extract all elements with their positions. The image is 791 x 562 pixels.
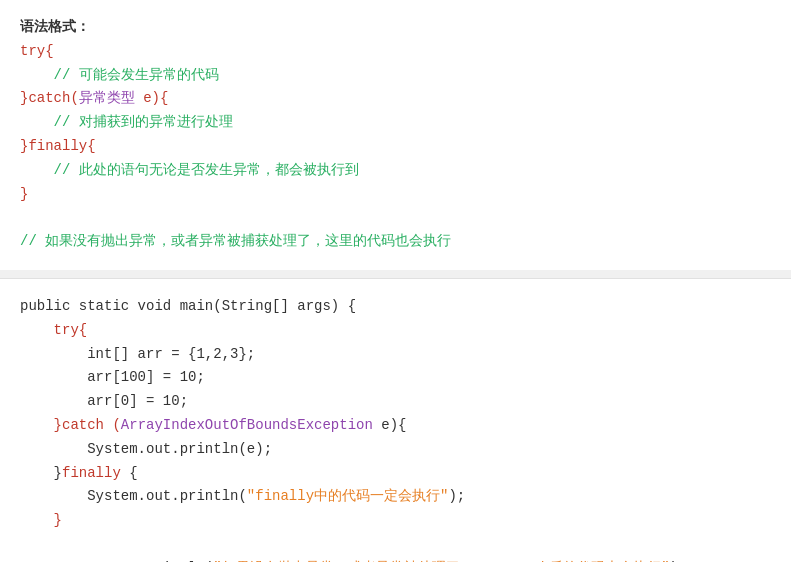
code-line: arr[0] = 10; (20, 393, 188, 409)
code-line: }finally{ (20, 138, 96, 154)
code-line: } (20, 186, 28, 202)
syntax-section: 语法格式： try{ // 可能会发生异常的代码 }catch(异常类型 e){… (0, 0, 791, 270)
code-line: // 对捕获到的异常进行处理 (20, 114, 233, 130)
code-line: } (20, 512, 62, 528)
code-line: System.out.println(e); (20, 441, 272, 457)
code-line: // 可能会发生异常的代码 (20, 67, 219, 83)
code-line: System.out.println("finally中的代码一定会执行"); (20, 488, 465, 504)
example-code: public static void main(String[] args) {… (20, 295, 771, 562)
code-line: try{ (20, 43, 54, 59)
code-line: public static void main(String[] args) { (20, 298, 356, 314)
syntax-code: 语法格式： try{ // 可能会发生异常的代码 }catch(异常类型 e){… (20, 16, 771, 254)
example-section: public static void main(String[] args) {… (0, 278, 791, 562)
code-line: }finally { (20, 465, 138, 481)
code-line: }catch(异常类型 e){ (20, 90, 168, 106)
code-line: }catch (ArrayIndexOutOfBoundsException e… (20, 417, 406, 433)
page: 语法格式： try{ // 可能会发生异常的代码 }catch(异常类型 e){… (0, 0, 791, 562)
syntax-label: 语法格式： (20, 19, 90, 35)
code-line: arr[100] = 10; (20, 369, 205, 385)
code-line: // 此处的语句无论是否发生异常，都会被执行到 (20, 162, 359, 178)
code-line: int[] arr = {1,2,3}; (20, 346, 255, 362)
code-line: try{ (20, 322, 87, 338)
code-line: // 如果没有抛出异常，或者异常被捕获处理了，这里的代码也会执行 (20, 233, 451, 249)
